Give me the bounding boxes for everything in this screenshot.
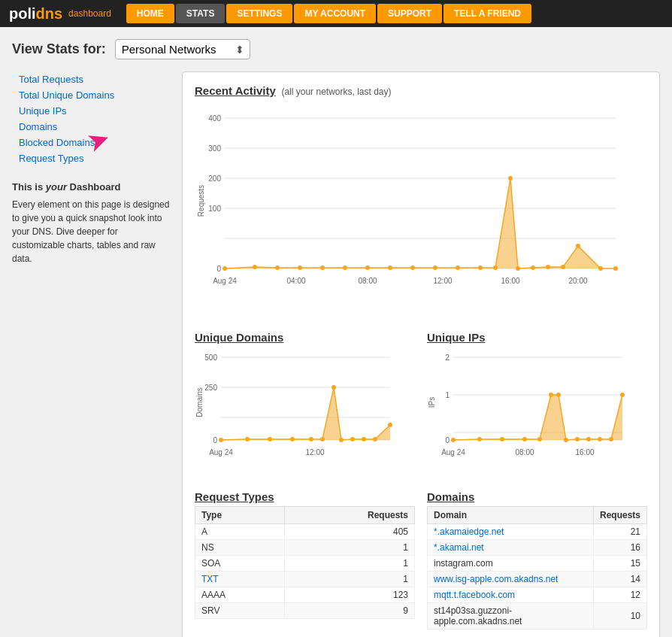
request-type-txt-link[interactable]: TXT — [201, 574, 219, 584]
nav-home[interactable]: HOME — [126, 4, 174, 23]
svg-text:Domains: Domains — [195, 387, 204, 417]
nav-stats[interactable]: STATS — [176, 4, 226, 23]
stats-for-row: View Stats for: Personal Networks All Ne… — [12, 39, 660, 59]
svg-text:100: 100 — [208, 205, 221, 213]
recent-activity-svg: 400 300 200 100 0 Requests — [195, 103, 631, 314]
unique-ips-section: Unique IPs 2 1 0 IPs — [427, 331, 647, 475]
svg-point-75 — [522, 437, 527, 441]
domain-facebook-link[interactable]: mqtt.t.facebook.com — [434, 590, 515, 600]
nav-my-account[interactable]: MY ACCOUNT — [294, 4, 376, 23]
stats-select[interactable]: Personal Networks All Networks Home Work — [115, 39, 250, 59]
main-layout: Total Requests Total Unique Domains Uniq… — [12, 71, 660, 637]
svg-text:Aug 24: Aug 24 — [213, 277, 237, 285]
table-row: *.akamai.net 16 — [428, 540, 647, 556]
unique-ips-svg: 2 1 0 IPs — [427, 350, 630, 470]
sidebar: Total Requests Total Unique Domains Uniq… — [12, 71, 170, 637]
svg-point-58 — [362, 437, 366, 441]
nav-tell-a-friend[interactable]: TELL A FRIEND — [443, 4, 531, 23]
domain-guzzoni: st14p03sa.guzzoni-apple.com.akadns.net — [428, 603, 594, 629]
svg-point-52 — [290, 437, 295, 441]
nav-support[interactable]: SUPPORT — [377, 4, 442, 23]
domains-col-requests: Requests — [593, 507, 646, 524]
stats-select-wrapper: Personal Networks All Networks Home Work… — [115, 39, 250, 59]
recent-activity-subtitle: (all your networks, last day) — [281, 86, 391, 97]
dashboard-info: This is your Dashboard Every element on … — [12, 180, 170, 265]
svg-point-50 — [245, 437, 250, 441]
sidebar-item-blocked-domains[interactable]: Blocked Domains — [12, 135, 170, 150]
svg-point-23 — [456, 265, 460, 270]
svg-marker-12 — [225, 178, 616, 268]
domain-akamaiedge-link[interactable]: *.akamaiedge.net — [434, 526, 504, 537]
svg-text:16:00: 16:00 — [501, 277, 519, 285]
svg-point-49 — [219, 438, 223, 442]
domain-akamai-link[interactable]: *.akamai.net — [434, 542, 484, 553]
svg-text:0: 0 — [213, 436, 217, 444]
sidebar-item-unique-ips[interactable]: Unique IPs — [12, 103, 170, 119]
recent-activity-chart: 400 300 200 100 0 Requests — [195, 103, 647, 316]
request-types-section: Request Types Type Requests A 405 — [195, 490, 415, 629]
main-nav: HOME STATS SETTINGS MY ACCOUNT SUPPORT T… — [126, 4, 531, 23]
svg-point-79 — [564, 438, 568, 442]
recent-activity-title: Recent Activity — [195, 84, 276, 97]
request-type-srv: SRV — [195, 603, 285, 619]
table-row: st14p03sa.guzzoni-apple.com.akadns.net 1… — [428, 603, 647, 629]
svg-point-25 — [493, 265, 498, 270]
svg-point-83 — [609, 437, 613, 441]
sidebar-item-total-requests[interactable]: Total Requests — [12, 71, 170, 87]
svg-point-15 — [275, 265, 280, 270]
page: View Stats for: Personal Networks All Ne… — [0, 27, 672, 637]
svg-point-27 — [516, 266, 520, 271]
svg-marker-71 — [453, 395, 622, 440]
domain-facebook: mqtt.t.facebook.com — [428, 587, 594, 603]
table-row: AAAA 123 — [195, 587, 415, 603]
svg-point-30 — [561, 265, 565, 269]
dashboard-info-title: This is your Dashboard — [12, 180, 170, 195]
tables-row: Request Types Type Requests A 405 — [195, 490, 647, 629]
domain-facebook-count: 12 — [593, 587, 646, 603]
svg-point-80 — [575, 437, 580, 441]
svg-point-53 — [309, 437, 313, 441]
table-row: SOA 1 — [195, 556, 415, 572]
svg-text:1: 1 — [445, 391, 450, 399]
table-row: www.isg-apple.com.akadns.net 14 — [428, 572, 647, 587]
svg-text:16:00: 16:00 — [575, 448, 594, 457]
svg-point-19 — [365, 265, 370, 270]
unique-domains-title: Unique Domains — [195, 331, 283, 344]
dashboard-info-text: Every element on this page is designed t… — [12, 198, 170, 265]
domains-title: Domains — [427, 490, 647, 503]
unique-ips-title: Unique IPs — [427, 331, 486, 344]
request-types-col-type: Type — [195, 507, 285, 524]
domain-akamaiedge-count: 21 — [593, 524, 646, 540]
sidebar-item-total-unique-domains[interactable]: Total Unique Domains — [12, 87, 170, 103]
svg-point-54 — [320, 437, 325, 441]
domain-isg-apple-link[interactable]: www.isg-apple.com.akadns.net — [434, 574, 558, 584]
request-types-table: Type Requests A 405 NS 1 — [195, 506, 415, 619]
svg-point-26 — [508, 176, 513, 180]
svg-point-72 — [451, 438, 456, 442]
domains-table: Domain Requests *.akamaiedge.net 21 *.ak… — [427, 506, 647, 629]
request-types-title: Request Types — [195, 490, 415, 503]
svg-point-55 — [331, 385, 336, 390]
svg-text:0: 0 — [216, 265, 221, 273]
svg-point-76 — [537, 437, 542, 441]
svg-text:250: 250 — [204, 384, 217, 392]
domain-isg-apple-count: 14 — [593, 572, 646, 587]
svg-text:500: 500 — [204, 353, 217, 362]
unique-ips-chart: 2 1 0 IPs — [427, 350, 647, 472]
svg-point-20 — [388, 265, 392, 270]
request-count-ns: 1 — [285, 540, 415, 556]
request-count-srv: 9 — [285, 603, 415, 619]
dashboard-link[interactable]: dashboard — [68, 8, 111, 19]
small-charts-row: Unique Domains 500 250 0 Domains — [195, 331, 647, 475]
request-count-txt: 1 — [285, 572, 415, 587]
sidebar-item-request-types[interactable]: Request Types — [12, 150, 170, 166]
svg-point-73 — [477, 437, 482, 441]
svg-text:300: 300 — [208, 144, 221, 153]
svg-text:Aug 24: Aug 24 — [441, 448, 465, 457]
svg-point-57 — [350, 437, 355, 441]
content: Recent Activity (all your networks, last… — [182, 71, 660, 637]
svg-point-56 — [339, 438, 344, 442]
sidebar-item-domains[interactable]: Domains — [12, 119, 170, 135]
domain-akamai-count: 16 — [593, 540, 646, 556]
nav-settings[interactable]: SETTINGS — [226, 4, 292, 23]
